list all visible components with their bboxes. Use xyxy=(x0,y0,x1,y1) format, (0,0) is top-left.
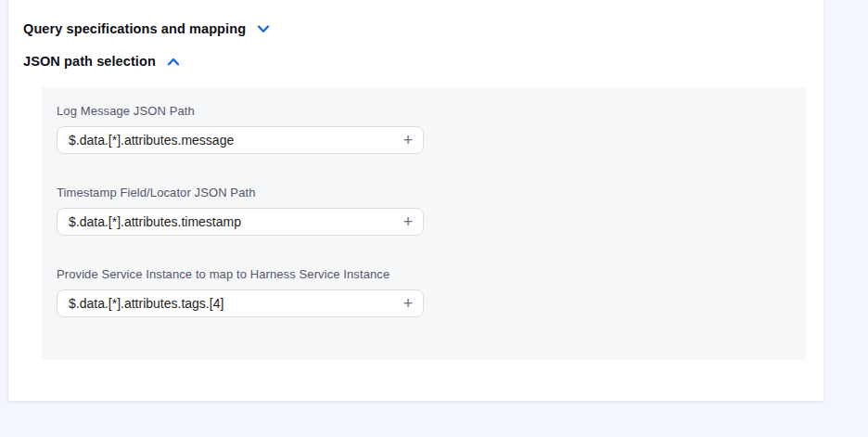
json-path-selection-panel: Log Message JSON Path + Timestamp Field/… xyxy=(42,87,806,360)
field-timestamp-json-path: Timestamp Field/Locator JSON Path + xyxy=(57,186,806,236)
section-title: JSON path selection xyxy=(23,54,156,69)
field-service-instance-path: Provide Service Instance to map to Harne… xyxy=(57,267,806,317)
field-label: Provide Service Instance to map to Harne… xyxy=(57,267,806,281)
field-label: Timestamp Field/Locator JSON Path xyxy=(57,186,806,199)
plus-icon[interactable]: + xyxy=(398,293,418,314)
section-header-query-specifications[interactable]: Query specifications and mapping xyxy=(23,21,271,36)
service-instance-json-path-input[interactable] xyxy=(57,289,424,317)
field-log-message-json-path: Log Message JSON Path + xyxy=(57,104,806,154)
chevron-down-icon[interactable] xyxy=(256,21,271,36)
plus-icon[interactable]: + xyxy=(398,212,418,232)
plus-icon[interactable]: + xyxy=(398,130,418,150)
chevron-up-icon[interactable] xyxy=(166,54,181,69)
content-card: Query specifications and mapping JSON pa… xyxy=(7,0,823,401)
section-title: Query specifications and mapping xyxy=(23,21,246,36)
timestamp-json-path-input[interactable] xyxy=(57,208,424,236)
log-message-json-path-input[interactable] xyxy=(57,126,424,154)
section-header-json-path-selection[interactable]: JSON path selection xyxy=(23,54,181,69)
field-label: Log Message JSON Path xyxy=(57,104,806,118)
